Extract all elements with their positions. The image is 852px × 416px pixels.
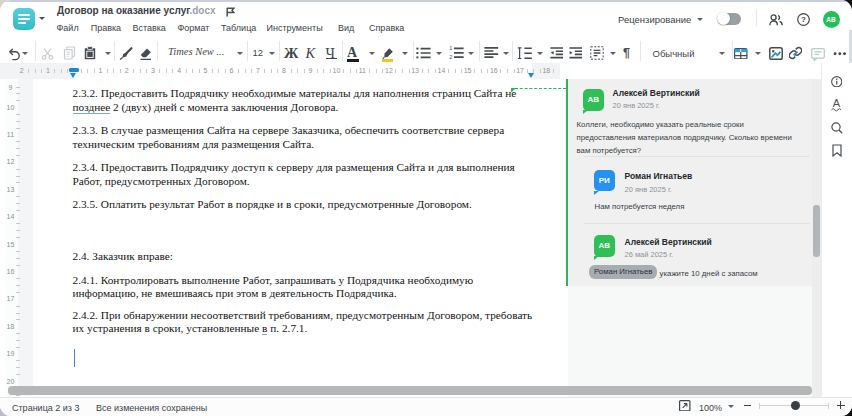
svg-text:1: 1 — [449, 46, 452, 51]
svg-text:?: ? — [801, 15, 806, 24]
svg-text:2: 2 — [449, 54, 452, 59]
svg-text:А: А — [832, 97, 840, 109]
